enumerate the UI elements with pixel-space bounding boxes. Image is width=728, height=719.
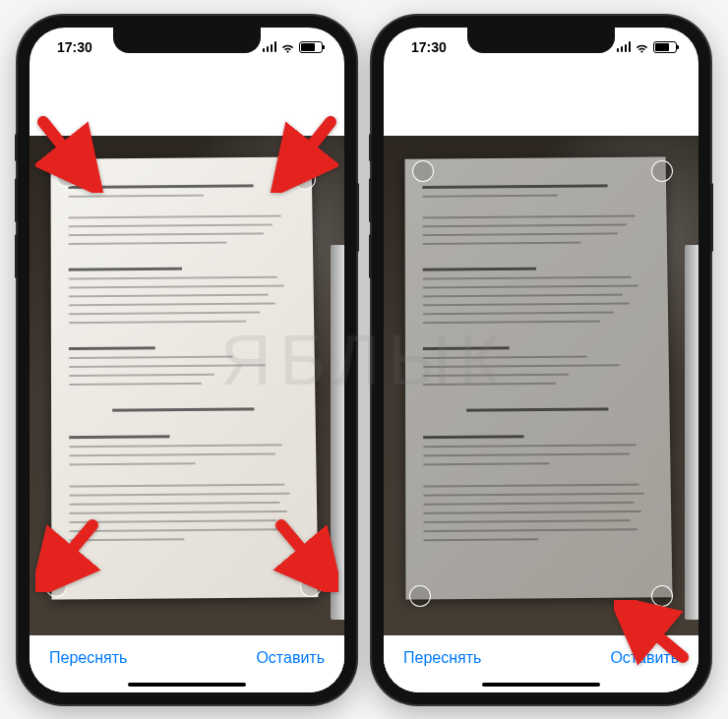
wifi-icon [280, 41, 295, 52]
signal-icon [263, 41, 277, 52]
notch [113, 28, 261, 53]
battery-icon [299, 41, 323, 53]
battery-icon [653, 41, 677, 53]
retake-button[interactable]: Переснять [49, 649, 127, 667]
keep-button[interactable]: Оставить [610, 649, 679, 667]
crop-handle-tr[interactable] [651, 160, 673, 182]
screen-left: 17:30 [30, 28, 344, 692]
keep-button[interactable]: Оставить [256, 649, 325, 667]
notch [467, 28, 615, 53]
home-indicator[interactable] [128, 683, 246, 687]
scan-content-left: Переснять Оставить [30, 67, 344, 692]
crop-handle-tr[interactable] [294, 168, 316, 190]
scan-content-right: Переснять Оставить [384, 67, 698, 692]
retake-button[interactable]: Переснять [403, 649, 481, 667]
status-time: 17:30 [411, 39, 447, 55]
scanned-document [51, 156, 319, 599]
screen-right: 17:30 [384, 28, 698, 692]
crop-handle-tl[interactable] [56, 165, 78, 187]
signal-icon [617, 41, 632, 52]
camera-viewfinder[interactable] [30, 136, 344, 635]
scanned-document [405, 156, 673, 599]
crop-handle-br[interactable] [300, 575, 322, 597]
crop-handle-br[interactable] [651, 585, 673, 607]
crop-handle-bl[interactable] [409, 585, 431, 607]
crop-handle-bl[interactable] [45, 575, 67, 597]
phone-mockup-right: 17:30 [372, 16, 710, 704]
wifi-icon [635, 41, 649, 52]
camera-viewfinder[interactable] [384, 136, 698, 635]
crop-handle-tl[interactable] [412, 160, 434, 182]
home-indicator[interactable] [482, 683, 600, 687]
phone-mockup-left: 17:30 [18, 16, 356, 704]
status-time: 17:30 [57, 39, 92, 55]
